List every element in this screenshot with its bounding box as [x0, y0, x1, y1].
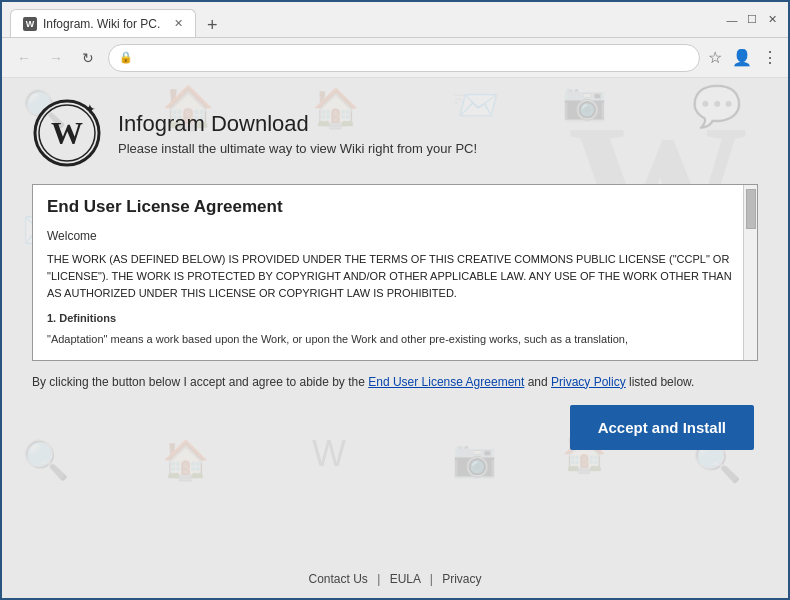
app-header: W ✦ Infogram Download Please install the…	[32, 98, 758, 168]
eula-body: Welcome THE WORK (AS DEFINED BELOW) IS P…	[33, 223, 757, 360]
maximize-button[interactable]: ☐	[744, 12, 760, 28]
eula-definition: "Adaptation" means a work based upon the…	[47, 331, 733, 348]
eula-welcome: Welcome	[47, 227, 733, 245]
consent-text: By clicking the button below I accept an…	[32, 373, 758, 391]
svg-text:✦: ✦	[84, 101, 96, 117]
new-tab-button[interactable]: +	[200, 13, 224, 37]
browser-window: W Infogram. Wiki for PC. ✕ + — ☐ ✕ ← → ↻…	[0, 0, 790, 600]
profile-icon[interactable]: 👤	[732, 48, 752, 67]
window-controls: — ☐ ✕	[724, 12, 780, 28]
tab-label: Infogram. Wiki for PC.	[43, 17, 160, 31]
footer-sep-2: |	[430, 572, 433, 586]
app-subtitle: Please install the ultimate way to view …	[118, 141, 477, 156]
footer-eula-link[interactable]: EULA	[390, 572, 421, 586]
consent-text-2: and	[524, 375, 551, 389]
toolbar-icons: ☆ 👤 ⋮	[708, 48, 778, 67]
scrollbar-thumb[interactable]	[746, 189, 756, 229]
lock-icon: 🔒	[119, 51, 133, 64]
page-footer: Contact Us | EULA | Privacy	[2, 572, 788, 586]
svg-text:W: W	[51, 115, 83, 151]
footer-sep-1: |	[377, 572, 380, 586]
footer-contact-link[interactable]: Contact Us	[308, 572, 367, 586]
tab-area: W Infogram. Wiki for PC. ✕ +	[10, 2, 720, 37]
page-content: 🔍 🏠 🏠 📨 📷 💬 📧 💬 📷 📡 🏠 🔍 🔍 🏠 W 📷 🏠 🔍 W	[2, 78, 788, 598]
address-bar[interactable]: 🔒	[108, 44, 700, 72]
app-title: Infogram Download	[118, 111, 477, 137]
main-card: W ✦ Infogram Download Please install the…	[2, 78, 788, 470]
app-title-block: Infogram Download Please install the ult…	[118, 111, 477, 156]
forward-button[interactable]: →	[44, 46, 68, 70]
app-logo: W ✦	[32, 98, 102, 168]
consent-text-3: listed below.	[626, 375, 695, 389]
close-button[interactable]: ✕	[764, 12, 780, 28]
eula-scrollbar[interactable]	[743, 185, 757, 360]
title-bar: W Infogram. Wiki for PC. ✕ + — ☐ ✕	[2, 2, 788, 38]
active-tab[interactable]: W Infogram. Wiki for PC. ✕	[10, 9, 196, 37]
tab-close-btn[interactable]: ✕	[174, 17, 183, 30]
privacy-link[interactable]: Privacy Policy	[551, 375, 626, 389]
consent-text-1: By clicking the button below I accept an…	[32, 375, 368, 389]
eula-container: End User License Agreement Welcome THE W…	[32, 184, 758, 361]
eula-section-1: 1. Definitions	[47, 310, 733, 327]
refresh-button[interactable]: ↻	[76, 46, 100, 70]
eula-title: End User License Agreement	[33, 185, 757, 223]
menu-icon[interactable]: ⋮	[762, 48, 778, 67]
back-button[interactable]: ←	[12, 46, 36, 70]
eula-body-text: THE WORK (AS DEFINED BELOW) IS PROVIDED …	[47, 251, 733, 302]
minimize-button[interactable]: —	[724, 12, 740, 28]
eula-link[interactable]: End User License Agreement	[368, 375, 524, 389]
address-bar-row: ← → ↻ 🔒 ☆ 👤 ⋮	[2, 38, 788, 78]
footer-privacy-link[interactable]: Privacy	[442, 572, 481, 586]
install-btn-row: Accept and Install	[32, 405, 758, 450]
accept-install-button[interactable]: Accept and Install	[570, 405, 754, 450]
star-icon[interactable]: ☆	[708, 48, 722, 67]
tab-favicon: W	[23, 17, 37, 31]
